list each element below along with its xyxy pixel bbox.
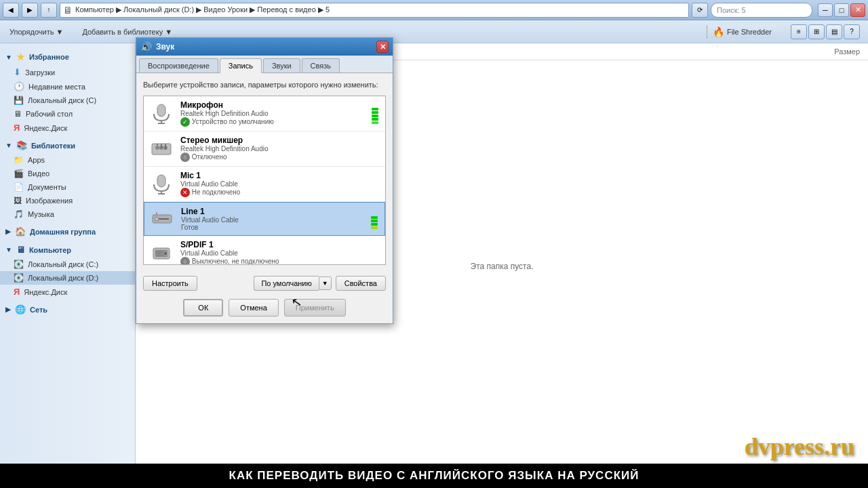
watermark-text: dvpress.ru — [745, 433, 854, 460]
properties-button[interactable]: Свойства — [336, 276, 386, 291]
favorites-header[interactable]: ▼ ★ Избранное — [0, 49, 135, 65]
sidebar-item-label: Локальный диск (D:) — [28, 274, 98, 282]
device-status: ○ Выключено, не подключено — [180, 257, 380, 265]
tab-playback[interactable]: Воспроизведение — [139, 58, 218, 73]
network-header[interactable]: ▶ 🌐 Сеть — [0, 302, 135, 317]
homegroup-section: ▶ 🏠 Домашняя группа — [0, 224, 135, 239]
sidebar-item-label: Локальный диск (C) — [28, 96, 96, 104]
tab-communication[interactable]: Связь — [302, 58, 340, 73]
main-area: ▼ ★ Избранное ⬇ Загрузки 🕐 Недавние мест… — [0, 43, 868, 472]
view-details-button[interactable]: ≡ — [791, 24, 807, 39]
organize-button[interactable]: Упорядочить ▼ — [5, 26, 67, 37]
line1-icon — [150, 207, 174, 231]
apply-button[interactable]: Применить — [284, 299, 346, 317]
sidebar-item-label: Яндекс.Диск — [24, 124, 67, 132]
add-library-label: Добавить в библиотеку ▼ — [82, 28, 172, 36]
sidebar-item-local-c[interactable]: 💽 Локальный диск (C:) — [0, 258, 135, 271]
device-info: Line 1 Virtual Audio Cable Готов — [181, 207, 364, 231]
sidebar-item-images[interactable]: 🖼 Изображения — [0, 194, 135, 207]
dialog-title: Звук — [156, 42, 174, 52]
device-item-spdif1[interactable]: S/PDIF 1 Virtual Audio Cable ○ Выключено… — [144, 236, 385, 265]
sidebar-item-recent[interactable]: 🕐 Недавние места — [0, 79, 135, 94]
device-name: Микрофон — [180, 100, 365, 110]
svg-point-15 — [155, 217, 159, 221]
view-list-button[interactable]: ▤ — [826, 24, 842, 39]
minimize-button[interactable]: ─ — [818, 3, 833, 17]
watermark: dvpress.ru — [745, 432, 854, 461]
empty-folder-text: Эта папка пуста. — [471, 262, 534, 271]
dialog-description: Выберите устройство записи, параметры ко… — [143, 80, 386, 90]
svg-point-19 — [163, 251, 167, 256]
refresh-button[interactable]: ⟳ — [692, 3, 708, 18]
file-shredder-label: File Shredder — [727, 28, 772, 36]
default-dropdown-button[interactable]: ▼ — [319, 277, 332, 290]
address-bar[interactable]: 🖥 Компьютер ▶ Локальный диск (D:) ▶ Виде… — [60, 3, 689, 18]
default-button[interactable]: По умолчанию — [254, 276, 318, 291]
stereo-mixer-icon — [149, 137, 174, 161]
sidebar-item-label: Локальный диск (C:) — [28, 260, 98, 268]
homegroup-label: Домашняя группа — [30, 228, 96, 236]
sidebar-item-label: Apps — [28, 156, 45, 164]
size-label: Размер — [834, 47, 860, 56]
forward-button[interactable]: ▶ — [22, 3, 38, 18]
network-section: ▶ 🌐 Сеть — [0, 302, 135, 317]
toolbar: Упорядочить ▼ Добавить в библиотеку ▼ 🔥 … — [0, 20, 868, 43]
maximize-button[interactable]: □ — [834, 3, 849, 17]
banner-text: КАК ПЕРЕВОДИТЬ ВИДЕО С АНГЛИЙСКОГО ЯЗЫКА… — [229, 469, 639, 483]
back-button[interactable]: ◀ — [3, 3, 19, 18]
dialog-footer: Настроить По умолчанию ▼ Свойства — [136, 272, 393, 295]
tab-sounds[interactable]: Звуки — [263, 58, 300, 73]
close-button[interactable]: ✕ — [850, 3, 865, 17]
tab-record[interactable]: Запись — [220, 58, 262, 73]
sidebar-item-video[interactable]: 🎬 Видео — [0, 167, 135, 180]
sidebar-item-downloads[interactable]: ⬇ Загрузки — [0, 65, 135, 79]
dialog-close-button[interactable]: ✕ — [376, 41, 389, 53]
ok-button[interactable]: ОК — [183, 299, 223, 317]
sidebar-item-label: Изображения — [26, 197, 73, 205]
file-shredder-area: 🔥 File Shredder — [707, 25, 777, 39]
cancel-button[interactable]: Отмена — [229, 299, 278, 317]
sidebar-item-apps[interactable]: 📁 Apps — [0, 153, 135, 167]
sidebar-item-label: Музыка — [28, 210, 54, 218]
device-name: Line 1 — [181, 207, 364, 216]
search-bar[interactable]: Поиск: 5 — [711, 3, 812, 18]
sidebar-item-disk-c[interactable]: 💾 Локальный диск (C) — [0, 94, 135, 107]
default-dropdown: По умолчанию ▼ — [254, 276, 331, 291]
sidebar-item-music[interactable]: 🎵 Музыка — [0, 207, 135, 221]
configure-button[interactable]: Настроить — [143, 276, 197, 291]
device-name: Mic 1 — [180, 171, 380, 180]
device-name: S/PDIF 1 — [180, 240, 380, 249]
tab-label: Воспроизведение — [148, 62, 210, 70]
spdif1-icon — [149, 241, 174, 266]
libraries-header[interactable]: ▼ 📚 Библиотеки — [0, 138, 135, 153]
computer-header[interactable]: ▼ 🖥 Компьютер — [0, 242, 135, 258]
address-text: Компьютер ▶ Локальный диск (D:) ▶ Видео … — [75, 5, 330, 14]
sidebar-item-local-d[interactable]: 💽 Локальный диск (D:) — [0, 271, 135, 285]
add-library-button[interactable]: Добавить в библиотеку ▼ — [78, 26, 176, 37]
sidebar-item-yandex[interactable]: Я Яндекс.Диск — [0, 121, 135, 135]
device-item-microphone[interactable]: Микрофон Realtek High Definition Audio ✓… — [144, 96, 385, 131]
computer-label: Компьютер — [29, 246, 71, 254]
up-button[interactable]: ↑ — [41, 3, 57, 18]
device-list: Микрофон Realtek High Definition Audio ✓… — [143, 96, 386, 265]
computer-section: ▼ 🖥 Компьютер 💽 Локальный диск (C:) 💽 Ло… — [0, 242, 135, 299]
homegroup-header[interactable]: ▶ 🏠 Домашняя группа — [0, 224, 135, 239]
favorites-label: Избранное — [29, 53, 69, 61]
help-button[interactable]: ? — [844, 24, 860, 39]
device-status: ✓ Устройство по умолчанию — [180, 117, 365, 127]
device-item-mic1[interactable]: Mic 1 Virtual Audio Cable ✕ Не подключен… — [144, 167, 385, 202]
device-item-stereo-mixer[interactable]: Стерео микшер Realtek High Definition Au… — [144, 131, 385, 167]
bottom-banner: КАК ПЕРЕВОДИТЬ ВИДЕО С АНГЛИЙСКОГО ЯЗЫКА… — [0, 464, 868, 488]
device-item-line1[interactable]: Line 1 Virtual Audio Cable Готов — [144, 202, 385, 236]
sidebar-item-label: Недавние места — [28, 83, 85, 91]
sidebar-item-label: Документы — [28, 183, 66, 191]
sidebar-item-docs[interactable]: 📄 Документы — [0, 180, 135, 194]
device-driver: Realtek High Definition Audio — [180, 145, 380, 152]
device-driver: Realtek High Definition Audio — [180, 110, 365, 117]
sidebar-item-desktop[interactable]: 🖥 Рабочий стол — [0, 107, 135, 121]
sidebar-item-yandex-disk[interactable]: Я Яндекс.Диск — [0, 285, 135, 299]
explorer-window: ◀ ▶ ↑ 🖥 Компьютер ▶ Локальный диск (D:) … — [0, 0, 868, 488]
view-tiles-button[interactable]: ⊞ — [808, 24, 825, 39]
device-driver: Virtual Audio Cable — [180, 180, 380, 188]
device-driver: Virtual Audio Cable — [181, 216, 364, 224]
